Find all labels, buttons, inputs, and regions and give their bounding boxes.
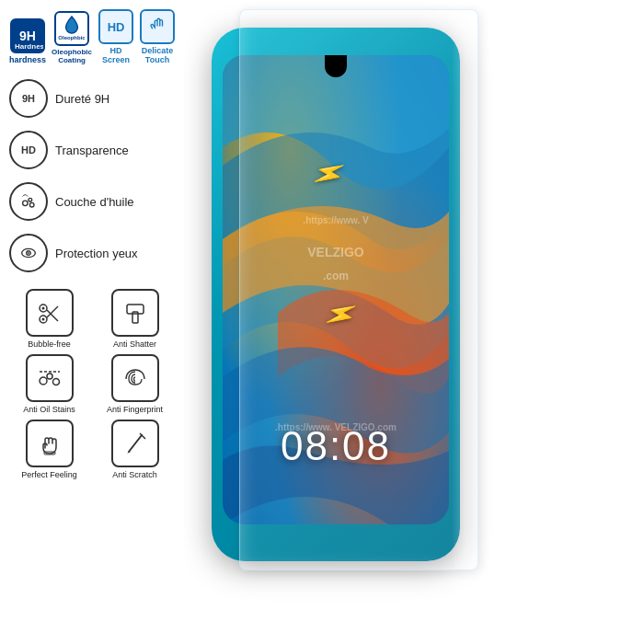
svg-point-2	[29, 202, 34, 207]
icon-hdscreen: HD HD Screen	[98, 9, 134, 64]
hd-text: HD	[108, 20, 125, 34]
label-anti-fingerprint: Anti Fingerprint	[107, 405, 163, 414]
svg-point-16	[52, 379, 59, 385]
grid-box-anti-oil	[26, 354, 74, 402]
top-icons-row: 9H Hardness hardness Oleophbic Oleophobi…	[9, 9, 175, 64]
icon-hardness: 9H Hardness hardness	[9, 18, 46, 64]
svg-line-19	[129, 435, 142, 452]
hdscreen-caption: HD Screen	[98, 46, 134, 64]
phone-notch	[325, 55, 347, 77]
svg-point-11	[41, 318, 44, 321]
grid-item-perfect-feeling: Perfect Feeling	[9, 420, 89, 479]
grid-box-perfect-feeling	[26, 420, 74, 467]
svg-point-14	[40, 377, 47, 385]
svg-point-15	[47, 374, 52, 379]
svg-point-10	[41, 307, 44, 310]
grid-item-bubble-free: Bubble-free	[9, 289, 89, 349]
watermark-velzigo-mid: VELZIGO	[307, 245, 363, 259]
feature-icon-eye	[9, 234, 48, 272]
left-panel: 9H Hardness hardness Oleophbic Oleophobi…	[0, 0, 184, 644]
feature-label-oilcoat: Couche d'huile	[55, 195, 134, 209]
hand-feeling-icon	[36, 430, 63, 457]
svg-point-1	[29, 198, 32, 201]
label-anti-shatter: Anti Shatter	[113, 339, 156, 349]
watermark-velzigo-com: .com	[323, 270, 349, 282]
eye-icon	[18, 243, 39, 263]
grid-box-anti-scratch	[111, 420, 159, 467]
label-bubble-free: Bubble-free	[28, 339, 71, 349]
feature-icon-hd-label: HD	[21, 144, 36, 155]
label-perfect-feeling: Perfect Feeling	[21, 470, 77, 479]
phone-screen: .https://www. V VELZIGO .com ⚡ ⚡ .https:…	[223, 55, 449, 524]
feature-eyeprotect: Protection yeux	[9, 234, 175, 272]
drop-icon	[62, 15, 82, 35]
hand-touch-icon	[147, 17, 167, 37]
svg-point-0	[23, 201, 28, 206]
label-anti-oil: Anti Oil Stains	[23, 405, 75, 414]
grid-box-anti-shatter	[111, 289, 159, 337]
feature-label-eyeprotect: Protection yeux	[55, 247, 138, 260]
feature-transparency: HD Transparence	[9, 131, 175, 169]
feature-icon-oil	[9, 182, 48, 221]
phone-body: .https://www. V VELZIGO .com ⚡ ⚡ .https:…	[212, 28, 460, 561]
hammer-icon	[121, 299, 149, 327]
scratch-pen-icon	[121, 430, 149, 457]
oleophobic-caption: OleophobicCoating	[52, 48, 92, 64]
oil-drops-icon	[18, 191, 39, 212]
feature-icon-hd: HD	[9, 131, 48, 169]
feature-icon-9h-label: 9H	[22, 93, 35, 104]
feature-oilcoat: Couche d'huile	[9, 182, 175, 221]
hardness-caption: hardness	[9, 55, 46, 64]
feature-label-transparency: Transparence	[55, 144, 129, 157]
bottom-grid: Bubble-free Anti Shatter	[9, 289, 175, 479]
grid-box-anti-fingerprint	[111, 354, 159, 402]
feature-label-hardness: Dureté 9H	[55, 92, 109, 106]
grid-item-anti-shatter: Anti Shatter	[95, 289, 175, 349]
scissors-icon	[36, 299, 63, 327]
hardness-label: Hardness	[12, 41, 43, 52]
right-panel: .https://www. V VELZIGO .com ⚡ ⚡ .https:…	[184, 0, 644, 644]
label-anti-scratch: Anti Scratch	[112, 470, 157, 479]
delicate-caption: DelicateTouch	[142, 46, 174, 64]
grid-box-bubble-free	[26, 289, 74, 337]
grid-item-anti-fingerprint: Anti Fingerprint	[95, 354, 175, 414]
watermark-top: .https://www. V	[303, 214, 368, 224]
oleophobic-text: Oleophbic	[58, 35, 85, 41]
svg-point-5	[28, 252, 29, 254]
hardness-9h-text: 9H	[19, 29, 36, 42]
feature-hardness: 9H Dureté 9H	[9, 79, 175, 118]
feature-icon-hardness: 9H	[9, 79, 48, 118]
grid-item-anti-scratch: Anti Scratch	[95, 420, 175, 479]
oil-drops-grid-icon	[36, 364, 63, 392]
icon-oleophobic: Oleophbic OleophobicCoating	[52, 11, 92, 64]
grid-item-anti-oil: Anti Oil Stains	[9, 354, 89, 414]
icon-delicate: DelicateTouch	[140, 9, 175, 64]
fingerprint-icon	[121, 364, 149, 392]
watermark-bottom: .https://www. VELZIGO.com	[275, 422, 397, 432]
